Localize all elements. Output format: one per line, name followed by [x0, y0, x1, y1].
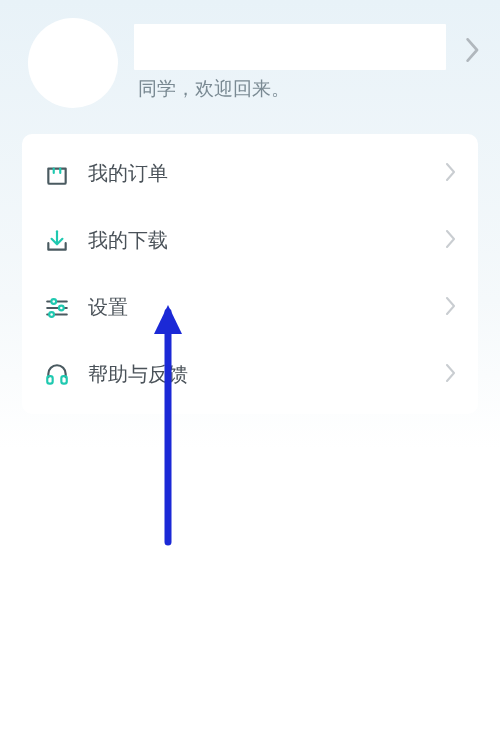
menu-item-label: 设置	[88, 294, 428, 321]
chevron-right-icon	[446, 297, 456, 319]
menu-item-label: 帮助与反馈	[88, 361, 428, 388]
headset-icon	[44, 362, 70, 388]
svg-point-1	[51, 299, 56, 304]
chevron-right-icon	[466, 38, 480, 66]
profile-info: 同学，欢迎回来。	[134, 24, 446, 102]
svg-rect-7	[61, 376, 66, 384]
svg-point-3	[59, 305, 64, 310]
svg-point-5	[49, 312, 54, 317]
menu-item-orders[interactable]: 我的订单	[22, 140, 478, 207]
menu-item-label: 我的订单	[88, 160, 428, 187]
settings-icon	[44, 295, 70, 321]
welcome-text: 同学，欢迎回来。	[134, 76, 446, 102]
profile-name-placeholder	[134, 24, 446, 70]
menu-item-label: 我的下载	[88, 227, 428, 254]
chevron-right-icon	[446, 163, 456, 185]
chevron-right-icon	[446, 364, 456, 386]
download-icon	[44, 228, 70, 254]
chevron-right-icon	[446, 230, 456, 252]
menu-item-downloads[interactable]: 我的下载	[22, 207, 478, 274]
profile-header[interactable]: 同学，欢迎回来。	[0, 0, 500, 124]
avatar[interactable]	[28, 18, 118, 108]
menu-item-help[interactable]: 帮助与反馈	[22, 341, 478, 408]
menu-item-settings[interactable]: 设置	[22, 274, 478, 341]
svg-rect-6	[47, 376, 52, 384]
menu-card: 我的订单 我的下载 设置	[22, 134, 478, 414]
bag-icon	[44, 161, 70, 187]
